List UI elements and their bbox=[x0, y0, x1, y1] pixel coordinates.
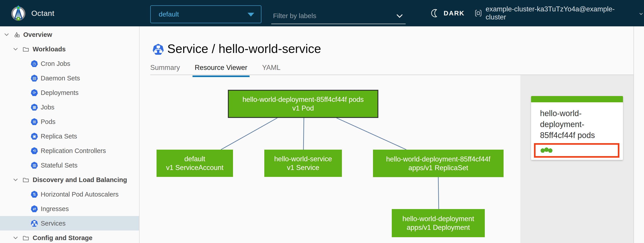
sidebar-item-stateful-sets[interactable]: ▥Stateful Sets bbox=[0, 158, 139, 172]
tab-yaml[interactable]: YAML bbox=[260, 63, 283, 77]
pod-status-highlight-box[interactable] bbox=[534, 143, 620, 158]
objects-icon bbox=[14, 31, 20, 38]
sidebar-item-overview[interactable]: Overview bbox=[0, 27, 139, 42]
selected-resource-card: hello-world-deployment-85ff4cf44f pods bbox=[531, 96, 623, 160]
sidebar-item-label: Overview bbox=[23, 31, 52, 38]
top-header-bar: Octant default DARK example-cluster-ka3T… bbox=[0, 0, 644, 26]
moon-icon bbox=[431, 9, 440, 18]
folder-icon bbox=[22, 176, 29, 183]
sidebar-item-services[interactable]: Services bbox=[0, 216, 139, 231]
graph-node-pod[interactable]: hello-world-deployment-85ff4cf44f podsv1… bbox=[228, 90, 378, 118]
navigation-sidebar: OverviewWorkloads◷Cron Jobs▤Daemon Sets⟳… bbox=[0, 26, 140, 243]
graph-node-label: hello-world-deployment-85ff4cf44f bbox=[373, 155, 504, 164]
sidebar-item-label: Stateful Sets bbox=[41, 162, 77, 169]
sidebar-item-horizontal-pod-autoscalers[interactable]: ⇅Horizontal Pod Autoscalers bbox=[0, 187, 139, 202]
expand-chevron-icon[interactable] bbox=[12, 177, 18, 183]
sidebar-item-label: Replication Controllers bbox=[41, 147, 106, 154]
deployment-icon: ⟳ bbox=[31, 89, 38, 96]
cluster-context-selector[interactable]: example-cluster-ka3TuTzYo4a@example-clus… bbox=[474, 0, 644, 26]
expand-chevron-icon[interactable] bbox=[12, 46, 18, 52]
detail-panel: hello-world-deployment-85ff4cf44f pods bbox=[520, 75, 634, 243]
service-icon bbox=[31, 220, 38, 227]
sidebar-item-label: Pods bbox=[41, 118, 56, 125]
vertical-scrollbar[interactable] bbox=[634, 26, 644, 243]
sidebar-item-workloads[interactable]: Workloads bbox=[0, 42, 139, 56]
sidebar-item-label: Config and Storage bbox=[33, 234, 92, 242]
sidebar-item-label: Ingresses bbox=[41, 205, 69, 212]
folder-icon bbox=[22, 234, 29, 241]
label-filter-input[interactable] bbox=[273, 12, 389, 20]
cronjob-icon: ◷ bbox=[31, 60, 38, 67]
context-chevron-down-icon bbox=[638, 11, 644, 17]
sidebar-item-discovery-and-load-balancing[interactable]: Discovery and Load Balancing bbox=[0, 172, 139, 187]
hpa-icon: ⇅ bbox=[31, 191, 38, 198]
octant-app: Octant default DARK example-cluster-ka3T… bbox=[0, 0, 644, 243]
graph-node-label: hello-world-deployment-85ff4cf44f pods bbox=[229, 95, 378, 104]
sidebar-item-label: Jobs bbox=[41, 103, 54, 111]
dark-theme-toggle[interactable]: DARK bbox=[431, 0, 465, 26]
sidebar-item-daemon-sets[interactable]: ▤Daemon Sets bbox=[0, 71, 139, 85]
service-kind-icon bbox=[153, 44, 164, 55]
sidebar-item-jobs[interactable]: ▦Jobs bbox=[0, 100, 139, 114]
dropdown-caret-icon bbox=[248, 13, 254, 16]
graph-node-serviceaccount[interactable]: defaultv1 ServiceAccount bbox=[156, 150, 233, 177]
sidebar-item-label: Workloads bbox=[33, 45, 66, 53]
daemonset-icon: ▤ bbox=[31, 75, 38, 81]
replicaset-icon: ▣ bbox=[31, 133, 38, 140]
pod-status-dot[interactable] bbox=[540, 148, 545, 153]
graph-node-label: v1 Pod bbox=[229, 104, 378, 113]
sidebar-item-ingresses[interactable]: ⇄Ingresses bbox=[0, 202, 139, 216]
graph-node-label: v1 Service bbox=[264, 163, 342, 172]
sidebar-item-label: Daemon Sets bbox=[41, 74, 80, 82]
pod-status-dot[interactable] bbox=[548, 148, 552, 153]
tab-summary[interactable]: Summary bbox=[148, 63, 182, 77]
sidebar-item-label: Replica Sets bbox=[41, 132, 77, 140]
cluster-context-label: example-cluster-ka3TuTzYo4a@example-clus… bbox=[486, 5, 634, 21]
pod-status-dot[interactable] bbox=[544, 147, 549, 152]
sidebar-item-label: Horizontal Pod Autoscalers bbox=[41, 191, 118, 198]
cluster-icon bbox=[474, 9, 482, 17]
filter-chevron-down-icon[interactable] bbox=[395, 12, 404, 20]
namespace-dropdown-value: default bbox=[159, 10, 179, 18]
dark-theme-label: DARK bbox=[444, 9, 465, 17]
graph-node-label: hello-world-service bbox=[264, 155, 342, 163]
statefulset-icon: ▥ bbox=[31, 162, 38, 169]
namespace-dropdown[interactable]: default bbox=[150, 5, 262, 23]
app-name: Octant bbox=[31, 0, 54, 26]
expand-chevron-icon[interactable] bbox=[12, 235, 18, 241]
resource-tabs: SummaryResource ViewerYAML bbox=[148, 63, 283, 77]
graph-node-label: default bbox=[156, 155, 233, 163]
ingress-icon: ⇄ bbox=[31, 205, 38, 212]
sidebar-item-config-and-storage[interactable]: Config and Storage bbox=[0, 231, 139, 243]
graph-node-label: v1 ServiceAccount bbox=[156, 163, 233, 172]
pod-icon: ⊞ bbox=[31, 118, 38, 125]
folder-icon bbox=[22, 45, 29, 52]
expand-chevron-icon[interactable] bbox=[4, 31, 10, 37]
sidebar-item-label: Deployments bbox=[41, 89, 78, 96]
tab-resource-viewer[interactable]: Resource Viewer bbox=[192, 63, 250, 77]
graph-node-deployment[interactable]: hello-world-deploymentapps/v1 Deployment bbox=[392, 209, 485, 237]
graph-node-label: apps/v1 ReplicaSet bbox=[373, 164, 504, 172]
replicationcontroller-icon: ⟲ bbox=[31, 147, 38, 154]
graph-node-service[interactable]: hello-world-servicev1 Service bbox=[264, 150, 342, 177]
sidebar-item-replica-sets[interactable]: ▣Replica Sets bbox=[0, 129, 139, 143]
sidebar-item-pods[interactable]: ⊞Pods bbox=[0, 114, 139, 129]
resource-viewer-graph: hello-world-deployment-85ff4cf44f podsv1… bbox=[140, 75, 520, 243]
graph-node-label: apps/v1 Deployment bbox=[392, 223, 485, 232]
octant-logo-icon bbox=[10, 5, 26, 21]
sidebar-item-deployments[interactable]: ⟳Deployments bbox=[0, 85, 139, 100]
sidebar-item-cron-jobs[interactable]: ◷Cron Jobs bbox=[0, 56, 139, 71]
graph-node-replicaset[interactable]: hello-world-deployment-85ff4cf44fapps/v1… bbox=[373, 150, 504, 177]
card-status-bar bbox=[531, 96, 623, 102]
graph-node-label: hello-world-deployment bbox=[392, 215, 485, 223]
sidebar-item-label: Discovery and Load Balancing bbox=[33, 176, 127, 183]
card-title: hello-world-deployment-85ff4cf44f pods bbox=[540, 108, 618, 141]
page-title: Service / hello-world-service bbox=[167, 41, 321, 56]
label-filter bbox=[271, 8, 406, 24]
sidebar-item-replication-controllers[interactable]: ⟲Replication Controllers bbox=[0, 143, 139, 158]
sidebar-item-label: Services bbox=[41, 220, 66, 227]
job-icon: ▦ bbox=[31, 104, 38, 111]
sidebar-item-label: Cron Jobs bbox=[41, 60, 70, 67]
